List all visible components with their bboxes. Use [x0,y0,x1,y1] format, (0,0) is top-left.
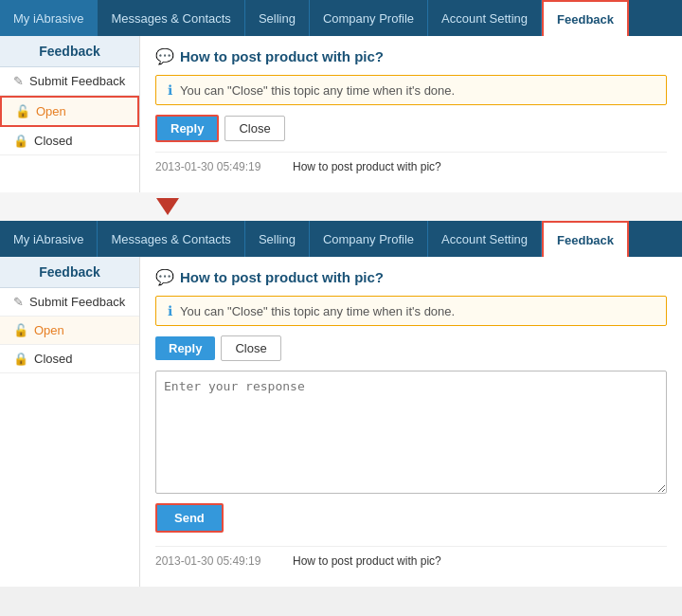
send-button[interactable]: Send [155,503,224,533]
lock-open-icon-top: 🔓 [15,104,30,118]
info-icon-top: ℹ [168,82,172,98]
sidebar-open-top[interactable]: 🔓 Open [0,96,139,127]
nav2-messages-contacts[interactable]: Messages & Contacts [98,221,244,257]
nav-company-profile[interactable]: Company Profile [310,0,428,36]
close-topic-button-top[interactable]: Close [224,116,284,141]
sidebar-title-top: Feedback [0,36,139,67]
main-content-bottom: 💬 How to post product with pic? ℹ You ca… [140,257,682,587]
edit-icon-bottom: ✎ [13,295,24,309]
history-date-bottom: 2013-01-30 05:49:19 [155,554,293,568]
sidebar-open-bottom[interactable]: 🔓 Open [0,317,139,345]
nav2-my-iabrasive[interactable]: My iAbrasive [0,221,98,257]
main-title-top: 💬 How to post product with pic? [155,47,667,65]
bottom-navbar: My iAbrasive Messages & Contacts Selling… [0,221,682,257]
lock-closed-icon-top: 🔒 [13,134,28,148]
nav2-account-setting[interactable]: Account Setting [428,221,542,257]
speech-icon-bottom: 💬 [155,268,174,286]
nav2-company-profile[interactable]: Company Profile [310,221,428,257]
history-text-top: How to post product with pic? [293,160,441,173]
lock-closed-icon-bottom: 🔒 [13,352,28,366]
nav2-feedback[interactable]: Feedback [542,221,629,257]
main-title-bottom: 💬 How to post product with pic? [155,268,667,286]
main-content-top: 💬 How to post product with pic? ℹ You ca… [140,36,682,192]
info-box-bottom: ℹ You can "Close" this topic any time wh… [155,296,667,326]
history-row-bottom: 2013-01-30 05:49:19 How to post product … [155,546,667,575]
speech-icon-top: 💬 [155,47,174,65]
sidebar-closed-bottom[interactable]: 🔒 Closed [0,345,139,373]
arrow-down-icon [156,198,179,215]
navbar-container-2: My iAbrasive Messages & Contacts Selling… [0,221,682,257]
nav-feedback[interactable]: Feedback [542,0,629,36]
bottom-section: Feedback ✎ Submit Feedback 🔓 Open 🔒 Clos… [0,257,682,587]
sidebar-top: Feedback ✎ Submit Feedback 🔓 Open 🔒 Clos… [0,36,140,192]
close-topic-button-bottom[interactable]: Close [221,335,280,361]
sidebar-submit-feedback-bottom[interactable]: ✎ Submit Feedback [0,288,139,317]
btn-row-top: Reply Close [155,115,667,142]
history-date-top: 2013-01-30 05:49:19 [155,160,293,173]
nav-selling[interactable]: Selling [245,0,310,36]
top-section: Feedback ✎ Submit Feedback 🔓 Open 🔒 Clos… [0,36,682,192]
history-row-top: 2013-01-30 05:49:19 How to post product … [155,152,667,181]
nav2-selling[interactable]: Selling [245,221,310,257]
reply-button-top[interactable]: Reply [155,115,219,142]
sidebar-closed-top[interactable]: 🔒 Closed [0,127,139,155]
nav-my-iabrasive[interactable]: My iAbrasive [0,0,98,36]
top-navbar: My iAbrasive Messages & Contacts Selling… [0,0,682,36]
sidebar-bottom: Feedback ✎ Submit Feedback 🔓 Open 🔒 Clos… [0,257,140,587]
info-box-top: ℹ You can "Close" this topic any time wh… [155,75,667,105]
btn-row-bottom: Reply Close [155,335,667,361]
sidebar-title-bottom: Feedback [0,257,139,288]
arrow-section [0,192,682,221]
reply-button-bottom[interactable]: Reply [155,336,215,360]
history-text-bottom: How to post product with pic? [293,554,441,568]
nav-account-setting[interactable]: Account Setting [428,0,542,36]
info-icon-bottom: ℹ [168,303,172,318]
lock-open-icon-bottom: 🔓 [13,323,28,337]
nav-messages-contacts[interactable]: Messages & Contacts [98,0,244,36]
response-textarea[interactable] [155,371,667,494]
edit-icon-top: ✎ [13,74,24,88]
navbar-container: My iAbrasive Messages & Contacts Selling… [0,0,682,36]
sidebar-submit-feedback-top[interactable]: ✎ Submit Feedback [0,67,139,96]
